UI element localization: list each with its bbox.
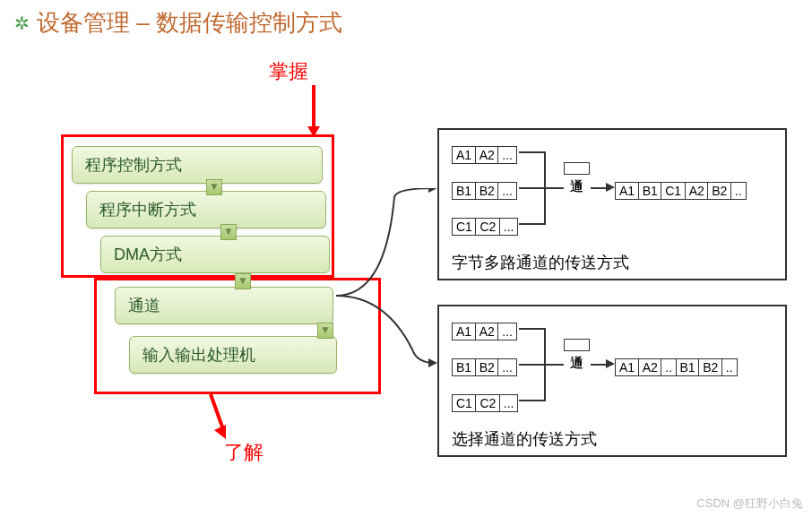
- down-arrow-icon: [206, 179, 222, 195]
- input-row-b: B1 B2 ...: [452, 182, 515, 200]
- method-dma: DMA方式: [100, 236, 330, 273]
- byte-multiplex-diagram: A1 A2 ... B1 B2 ... C1 C2 ... 通道 A1 B1 C…: [437, 128, 787, 280]
- input-row-b: B1 B2 ...: [452, 358, 515, 376]
- svg-marker-3: [214, 425, 226, 439]
- diagram1-caption: 字节多路通道的传送方式: [452, 252, 773, 273]
- wheel-icon: ✲: [14, 13, 30, 34]
- svg-marker-7: [606, 359, 615, 368]
- method-program-control: 程序控制方式: [72, 146, 323, 184]
- watermark: CSDN @狂野小白兔: [696, 495, 803, 512]
- output-row: A1 A2 .. B1 B2 ..: [615, 358, 736, 376]
- method-io-processor: 输入输出处理机: [129, 336, 337, 374]
- svg-marker-5: [428, 358, 437, 367]
- input-row-c: C1 C2 ...: [452, 218, 517, 236]
- svg-line-2: [211, 394, 224, 432]
- diagram2-caption: 选择通道的传送方式: [452, 428, 773, 450]
- method-channel: 通道: [115, 287, 333, 324]
- down-arrow-icon: [317, 323, 333, 339]
- down-arrow-icon: [235, 273, 251, 289]
- channel-node: 通道: [564, 339, 590, 351]
- svg-marker-6: [606, 183, 615, 192]
- page-title: 设备管理 – 数据传输控制方式: [37, 7, 342, 39]
- down-arrow-icon: [220, 224, 237, 240]
- input-row-c: C1 C2 ...: [452, 394, 517, 412]
- channel-node: 通道: [564, 162, 590, 175]
- output-row: A1 B1 C1 A2 B2 ..: [615, 182, 745, 200]
- selector-channel-diagram: A1 A2 ... B1 B2 ... C1 C2 ... 通道 A1 A2 .…: [437, 305, 787, 457]
- input-row-a: A1 A2 ...: [452, 323, 515, 340]
- svg-marker-4: [428, 188, 437, 193]
- method-interrupt: 程序中断方式: [86, 191, 326, 228]
- annotation-master: 掌握: [269, 58, 308, 85]
- input-row-a: A1 A2 ...: [452, 146, 515, 164]
- page-title-row: ✲ 设备管理 – 数据传输控制方式: [0, 0, 812, 46]
- arrow-understand-icon: [206, 394, 233, 447]
